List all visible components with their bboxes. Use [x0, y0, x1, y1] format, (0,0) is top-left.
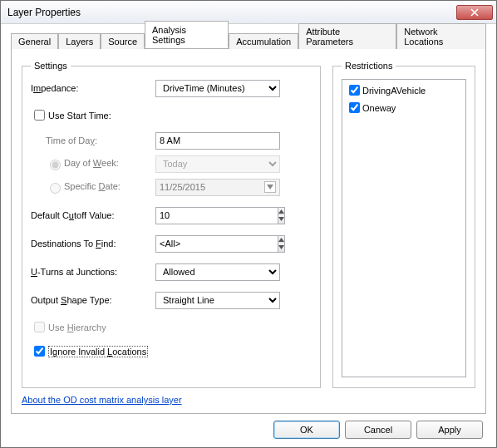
restriction-label: Oneway: [362, 103, 396, 113]
shape-select[interactable]: Straight Line: [155, 292, 280, 309]
destinations-input[interactable]: [155, 235, 278, 253]
destinations-spinner: [278, 235, 285, 253]
tab-source[interactable]: Source: [101, 33, 145, 49]
apply-button[interactable]: Apply: [416, 421, 483, 439]
restriction-checkbox-drivingavehicle[interactable]: [349, 85, 360, 96]
close-button[interactable]: [456, 5, 493, 20]
time-of-day-label: Time of Day:: [31, 135, 155, 145]
dialog-window: Layer Properties General Layers Source A…: [0, 0, 497, 448]
cutoff-input[interactable]: [155, 207, 278, 224]
specific-date-label: Specific Date:: [31, 180, 155, 194]
cutoff-label: Default Cutoff Value:: [31, 210, 155, 220]
use-start-time-row: Use Start Time:: [31, 107, 312, 123]
ignore-invalid-row: Ignore Invalid Locations: [31, 343, 312, 359]
day-of-week-select: Today: [155, 155, 280, 173]
use-hierarchy-checkbox: [34, 322, 45, 332]
use-start-time-label: Use Start Time:: [48, 111, 111, 121]
restriction-item: Oneway: [344, 99, 464, 116]
restriction-item: DrivingAVehicle: [344, 81, 464, 99]
button-bar: OK Cancel Apply: [11, 414, 486, 439]
calendar-icon: [264, 181, 276, 193]
panel-columns: Settings Impedance: DriveTime (Minutes) …: [22, 61, 475, 388]
about-link[interactable]: About the OD cost matrix analysis layer: [22, 395, 182, 405]
day-of-week-radio: [50, 160, 61, 170]
uturns-select[interactable]: Allowed: [155, 263, 280, 281]
cutoff-spin-up[interactable]: [278, 208, 284, 216]
restrictions-list: DrivingAVehicle Oneway: [342, 79, 466, 377]
impedance-label: Impedance:: [31, 83, 155, 93]
time-of-day-input[interactable]: [155, 132, 280, 150]
tab-strip: General Layers Source Analysis Settings …: [11, 31, 486, 49]
ok-button[interactable]: OK: [273, 421, 340, 439]
restrictions-legend: Restrictions: [342, 61, 396, 71]
impedance-select[interactable]: DriveTime (Minutes): [155, 80, 280, 97]
cancel-button[interactable]: Cancel: [345, 421, 411, 439]
use-start-time-checkbox[interactable]: [34, 110, 45, 121]
tab-network-locations[interactable]: Network Locations: [396, 23, 486, 49]
use-hierarchy-label: Use Hierarchy: [48, 322, 106, 332]
shape-label: Output Shape Type:: [31, 295, 155, 305]
restriction-label: DrivingAVehicle: [362, 86, 426, 96]
restrictions-group: Restrictions DrivingAVehicle Oneway: [332, 61, 475, 388]
restriction-checkbox-oneway[interactable]: [349, 102, 360, 113]
destinations-label: Destinations To Find:: [31, 239, 155, 249]
help-link-row: About the OD cost matrix analysis layer: [22, 395, 475, 405]
tab-general[interactable]: General: [11, 33, 58, 49]
destinations-spin-down[interactable]: [278, 244, 284, 252]
use-hierarchy-row: Use Hierarchy: [31, 319, 312, 335]
ignore-invalid-label: Ignore Invalid Locations: [48, 346, 148, 357]
ignore-invalid-checkbox[interactable]: [34, 346, 45, 357]
dialog-content: General Layers Source Analysis Settings …: [1, 24, 496, 447]
tab-layers[interactable]: Layers: [58, 33, 101, 49]
day-of-week-label: Day of Week:: [31, 157, 155, 170]
specific-date-radio: [50, 183, 61, 194]
specific-date-input: 11/25/2015: [155, 179, 280, 196]
window-title: Layer Properties: [7, 7, 456, 18]
tab-attribute-parameters[interactable]: Attribute Parameters: [298, 23, 396, 49]
destinations-spin-up[interactable]: [278, 236, 284, 244]
tab-accumulation[interactable]: Accumulation: [229, 33, 298, 49]
cutoff-spinner: [278, 207, 285, 224]
cutoff-spin-down[interactable]: [278, 215, 284, 224]
titlebar: Layer Properties: [1, 1, 496, 24]
settings-group: Settings Impedance: DriveTime (Minutes) …: [22, 61, 321, 388]
settings-legend: Settings: [31, 61, 71, 71]
close-icon: [470, 8, 479, 17]
tab-panel: Settings Impedance: DriveTime (Minutes) …: [11, 49, 486, 414]
tab-analysis-settings[interactable]: Analysis Settings: [145, 21, 229, 48]
uturns-label: U-Turns at Junctions:: [31, 267, 155, 277]
